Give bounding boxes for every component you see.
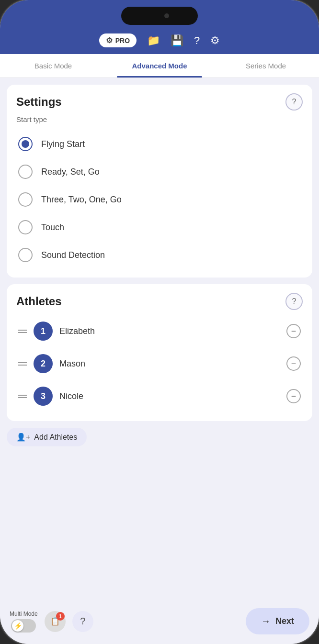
athlete-row-2: 2 Mason − bbox=[16, 347, 303, 380]
option-ready-set-go[interactable]: Ready, Set, Go bbox=[16, 158, 303, 186]
settings-icon[interactable]: ⚙ bbox=[210, 34, 220, 47]
tab-bar: Basic Mode Advanced Mode Series Mode bbox=[0, 54, 319, 78]
athlete-number-3: 3 bbox=[34, 387, 53, 406]
athlete-number-2: 2 bbox=[34, 354, 53, 373]
next-label: Next bbox=[275, 616, 294, 626]
pro-badge[interactable]: ⚙ PRO bbox=[99, 33, 137, 47]
next-button[interactable]: → Next bbox=[246, 608, 309, 634]
bluetooth-icon: ⚡ bbox=[14, 622, 22, 630]
label-ready-set-go: Ready, Set, Go bbox=[41, 167, 100, 177]
settings-header: Settings ? bbox=[16, 93, 303, 111]
athlete-name-1: Elizabeth bbox=[59, 326, 280, 336]
add-athletes-label: Add Athletes bbox=[34, 433, 77, 442]
radio-touch[interactable] bbox=[18, 220, 33, 234]
multi-mode-section: Multi Mode ⚡ bbox=[10, 611, 38, 633]
remove-athlete-3[interactable]: − bbox=[286, 389, 301, 403]
phone-frame: ⚙ PRO 📁 💾 ? ⚙ Basic Mode Advanced Mode S… bbox=[0, 0, 319, 644]
settings-section: Settings ? Start type Flying Start Ready… bbox=[7, 85, 312, 278]
remove-athlete-1[interactable]: − bbox=[286, 324, 301, 338]
save-icon[interactable]: 💾 bbox=[171, 34, 183, 47]
folder-icon[interactable]: 📁 bbox=[147, 34, 160, 47]
label-sound-detection: Sound Detection bbox=[41, 250, 105, 260]
drag-handle-1[interactable] bbox=[18, 330, 27, 333]
athlete-name-3: Nicole bbox=[59, 391, 280, 401]
athletes-section: Athletes ? 1 Elizabeth − bbox=[7, 284, 312, 421]
athlete-row-3: 3 Nicole − bbox=[16, 380, 303, 412]
label-three-two-one: Three, Two, One, Go bbox=[41, 195, 122, 205]
notch bbox=[121, 7, 198, 25]
option-touch[interactable]: Touch bbox=[16, 213, 303, 241]
tab-basic[interactable]: Basic Mode bbox=[0, 54, 106, 78]
settings-help-button[interactable]: ? bbox=[285, 93, 303, 111]
label-touch: Touch bbox=[41, 222, 64, 233]
main-content: Settings ? Start type Flying Start Ready… bbox=[0, 78, 319, 602]
bottom-help-button[interactable]: ? bbox=[72, 611, 93, 632]
tab-series[interactable]: Series Mode bbox=[213, 54, 319, 78]
option-flying-start[interactable]: Flying Start bbox=[16, 130, 303, 158]
drag-handle-2[interactable] bbox=[18, 362, 27, 366]
option-three-two-one[interactable]: Three, Two, One, Go bbox=[16, 186, 303, 213]
phone-screen: ⚙ PRO 📁 💾 ? ⚙ Basic Mode Advanced Mode S… bbox=[0, 0, 319, 644]
gear-icon-pro: ⚙ bbox=[106, 36, 113, 45]
bottom-bar: Multi Mode ⚡ 📋 1 ? bbox=[0, 602, 319, 644]
athlete-number-1: 1 bbox=[34, 322, 53, 341]
add-athletes-button[interactable]: 👤+ Add Athletes bbox=[7, 428, 87, 446]
question-mark-icon: ? bbox=[80, 616, 85, 627]
toggle-knob: ⚡ bbox=[12, 620, 23, 632]
pro-label: PRO bbox=[115, 37, 130, 44]
option-sound-detection[interactable]: Sound Detection bbox=[16, 241, 303, 269]
radio-flying-start[interactable] bbox=[18, 137, 33, 151]
athletes-help-button[interactable]: ? bbox=[285, 293, 303, 310]
athlete-name-2: Mason bbox=[59, 359, 280, 369]
add-athlete-icon: 👤+ bbox=[16, 433, 30, 442]
athlete-row-1: 1 Elizabeth − bbox=[16, 315, 303, 347]
next-arrow-icon: → bbox=[261, 616, 271, 627]
settings-title: Settings bbox=[16, 95, 62, 109]
remove-athlete-2[interactable]: − bbox=[286, 356, 301, 371]
athletes-title: Athletes bbox=[16, 295, 62, 308]
bottom-left-controls: Multi Mode ⚡ 📋 1 ? bbox=[10, 611, 93, 633]
notch-dot bbox=[164, 13, 169, 18]
radio-sound-detection[interactable] bbox=[18, 248, 33, 262]
tab-advanced[interactable]: Advanced Mode bbox=[106, 54, 213, 78]
notification-button[interactable]: 📋 1 bbox=[45, 611, 66, 632]
radio-three-two-one[interactable] bbox=[18, 192, 33, 207]
help-icon[interactable]: ? bbox=[194, 34, 200, 47]
label-flying-start: Flying Start bbox=[41, 139, 85, 149]
multi-mode-toggle[interactable]: ⚡ bbox=[11, 619, 36, 633]
radio-ready-set-go[interactable] bbox=[18, 165, 33, 179]
drag-handle-3[interactable] bbox=[18, 395, 27, 398]
multi-mode-label: Multi Mode bbox=[10, 611, 38, 617]
notification-badge: 1 bbox=[56, 612, 65, 621]
athletes-header: Athletes ? bbox=[16, 293, 303, 310]
start-type-label: Start type bbox=[16, 115, 303, 123]
